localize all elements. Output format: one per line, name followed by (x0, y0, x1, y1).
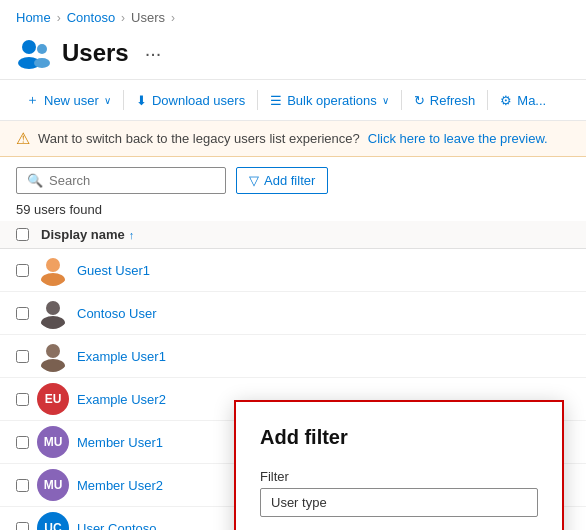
add-filter-button[interactable]: ▽ Add filter (236, 167, 328, 194)
svg-point-0 (22, 40, 36, 54)
toolbar: ＋ New user ∨ ⬇ Download users ☰ Bulk ope… (0, 79, 586, 121)
user-name[interactable]: Guest User1 (77, 263, 150, 278)
avatar: MU (37, 469, 69, 501)
svg-point-3 (34, 58, 50, 68)
table-row: Contoso User (0, 292, 586, 335)
user-name[interactable]: Member User2 (77, 478, 163, 493)
search-icon: 🔍 (27, 173, 43, 188)
row-checkbox[interactable] (16, 350, 29, 363)
more-options-button[interactable]: ··· (139, 40, 168, 67)
users-count: 59 users found (0, 200, 586, 221)
banner-text: Want to switch back to the legacy users … (38, 131, 360, 146)
svg-point-9 (41, 359, 65, 372)
breadcrumb-current: Users (131, 10, 165, 25)
avatar (37, 254, 69, 286)
search-input[interactable] (49, 173, 215, 188)
toolbar-divider-3 (401, 90, 402, 110)
page-header: Users ··· (0, 31, 586, 79)
row-checkbox[interactable] (16, 522, 29, 531)
filter-icon: ▽ (249, 173, 259, 188)
user-name[interactable]: Example User2 (77, 392, 166, 407)
breadcrumb-sep-3: › (171, 11, 175, 25)
table-header: Display name ↑ (0, 221, 586, 249)
breadcrumb: Home › Contoso › Users › (0, 0, 586, 31)
svg-point-6 (46, 301, 60, 315)
toolbar-divider-2 (257, 90, 258, 110)
table-row: Example User1 (0, 335, 586, 378)
filter-row: 🔍 ▽ Add filter (0, 157, 586, 200)
sort-asc-icon: ↑ (129, 229, 135, 241)
row-checkbox[interactable] (16, 393, 29, 406)
breadcrumb-sep-1: › (57, 11, 61, 25)
user-name[interactable]: Contoso User (77, 306, 156, 321)
bulk-operations-button[interactable]: ☰ Bulk operations ∨ (260, 88, 399, 113)
toolbar-divider-1 (123, 90, 124, 110)
avatar: EU (37, 383, 69, 415)
avatar: UC (37, 512, 69, 530)
svg-point-5 (41, 273, 65, 286)
row-checkbox[interactable] (16, 436, 29, 449)
gear-icon: ⚙ (500, 93, 512, 108)
avatar: MU (37, 426, 69, 458)
row-checkbox[interactable] (16, 307, 29, 320)
breadcrumb-sep-2: › (121, 11, 125, 25)
manage-button[interactable]: ⚙ Ma... (490, 88, 556, 113)
user-name[interactable]: Example User1 (77, 349, 166, 364)
download-users-button[interactable]: ⬇ Download users (126, 88, 255, 113)
avatar (37, 297, 69, 329)
download-icon: ⬇ (136, 93, 147, 108)
add-filter-panel: Add filter Filter User type Operator == … (234, 400, 564, 530)
bulk-icon: ☰ (270, 93, 282, 108)
select-all-checkbox[interactable] (16, 228, 29, 241)
svg-point-8 (46, 344, 60, 358)
banner-link[interactable]: Click here to leave the preview. (368, 131, 548, 146)
row-checkbox[interactable] (16, 479, 29, 492)
new-user-chevron: ∨ (104, 95, 111, 106)
legacy-banner: ⚠ Want to switch back to the legacy user… (0, 121, 586, 157)
breadcrumb-contoso[interactable]: Contoso (67, 10, 115, 25)
user-name[interactable]: Member User1 (77, 435, 163, 450)
table-row: Guest User1 (0, 249, 586, 292)
refresh-button[interactable]: ↻ Refresh (404, 88, 486, 113)
filter-field-label: Filter (260, 469, 538, 484)
search-box[interactable]: 🔍 (16, 167, 226, 194)
refresh-icon: ↻ (414, 93, 425, 108)
filter-panel-title: Add filter (260, 426, 538, 449)
warning-icon: ⚠ (16, 129, 30, 148)
new-user-button[interactable]: ＋ New user ∨ (16, 86, 121, 114)
svg-point-7 (41, 316, 65, 329)
user-name[interactable]: User Contoso (77, 521, 156, 531)
avatar (37, 340, 69, 372)
breadcrumb-home[interactable]: Home (16, 10, 51, 25)
page-title: Users (62, 39, 129, 67)
users-page-icon (16, 35, 52, 71)
plus-icon: ＋ (26, 91, 39, 109)
content-area: 🔍 ▽ Add filter 59 users found Display na… (0, 157, 586, 530)
filter-field-value: User type (260, 488, 538, 517)
svg-point-4 (46, 258, 60, 272)
bulk-chevron: ∨ (382, 95, 389, 106)
col-header-display-name: Display name ↑ (41, 227, 134, 242)
svg-point-2 (37, 44, 47, 54)
toolbar-divider-4 (487, 90, 488, 110)
row-checkbox[interactable] (16, 264, 29, 277)
